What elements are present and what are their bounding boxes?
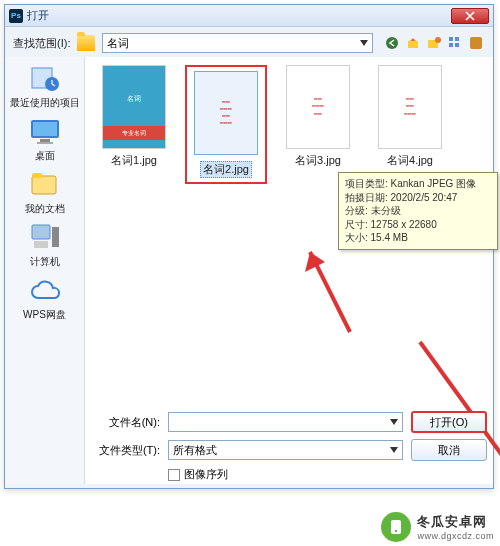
thumbnail-icon: ━━━━━━━ [286, 65, 350, 149]
watermark-name: 冬瓜安卓网 [417, 513, 494, 531]
place-desktop[interactable]: 桌面 [7, 116, 82, 161]
filetype-value: 所有格式 [173, 443, 217, 458]
close-button[interactable] [451, 8, 489, 24]
photoshop-icon: Ps [9, 9, 23, 23]
filetype-row: 文件类型(T): 所有格式 取消 [90, 439, 487, 461]
sequence-row: 图像序列 [168, 467, 487, 482]
filename-combo[interactable] [168, 412, 403, 432]
back-button[interactable] [383, 34, 401, 52]
place-computer[interactable]: 计算机 [7, 222, 82, 267]
place-label: WPS网盘 [7, 309, 82, 320]
svg-rect-6 [449, 43, 453, 47]
bottom-panel: 文件名(N): 打开(O) 文件类型(T): 所有格式 取消 图像序列 [90, 411, 487, 482]
watermark-url: www.dgxcdz.com [417, 531, 494, 541]
lookin-combo[interactable]: 名词 [102, 33, 373, 53]
folder-icon [77, 35, 95, 51]
place-label: 桌面 [7, 150, 82, 161]
svg-rect-1 [408, 41, 418, 48]
new-folder-button[interactable] [425, 34, 443, 52]
svg-rect-14 [37, 142, 53, 144]
places-bar: 最近使用的项目 桌面 我的文档 计算机 WPS网盘 [5, 57, 85, 484]
chevron-down-icon [360, 40, 368, 46]
documents-icon [28, 170, 62, 200]
place-label: 计算机 [7, 256, 82, 267]
file-item[interactable]: ━━━━━━━ 名词4.jpg [369, 65, 451, 168]
thumbnail-icon: 名词 专业名词 [102, 65, 166, 149]
file-item[interactable]: 名词 专业名词 名词1.jpg [93, 65, 175, 168]
bridge-button[interactable] [467, 34, 485, 52]
lookin-label: 查找范围(I): [13, 36, 70, 51]
chevron-down-icon [390, 419, 398, 425]
file-caption: 名词3.jpg [277, 153, 359, 168]
toolbar-icons [383, 34, 485, 52]
image-sequence-checkbox[interactable] [168, 469, 180, 481]
computer-icon [28, 223, 62, 253]
recent-icon [28, 64, 62, 94]
watermark: 冬瓜安卓网 www.dgxcdz.com [381, 512, 494, 542]
place-recent[interactable]: 最近使用的项目 [7, 63, 82, 108]
file-caption: 名词4.jpg [369, 153, 451, 168]
place-wpsdisk[interactable]: WPS网盘 [7, 275, 82, 320]
file-item[interactable]: ━━━━━━━ 名词3.jpg [277, 65, 359, 168]
views-button[interactable] [446, 34, 464, 52]
filetype-label: 文件类型(T): [90, 443, 160, 458]
titlebar: Ps 打开 [5, 5, 493, 27]
file-tooltip: 项目类型: Kankan JPEG 图像 拍摄日期: 2020/2/5 20:4… [338, 172, 498, 250]
place-label: 我的文档 [7, 203, 82, 214]
desktop-icon [28, 117, 62, 147]
filename-label: 文件名(N): [90, 415, 160, 430]
svg-rect-13 [40, 139, 50, 142]
filename-row: 文件名(N): 打开(O) [90, 411, 487, 433]
svg-rect-12 [33, 122, 57, 136]
svg-rect-5 [455, 37, 459, 41]
svg-rect-7 [455, 43, 459, 47]
svg-point-21 [395, 530, 397, 532]
thumbnail-icon: ━━━━━━━ [378, 65, 442, 149]
lookin-row: 查找范围(I): 名词 [5, 27, 493, 57]
svg-point-0 [386, 37, 398, 49]
file-caption: 名词1.jpg [93, 153, 175, 168]
svg-point-3 [435, 37, 441, 43]
cancel-button[interactable]: 取消 [411, 439, 487, 461]
svg-rect-15 [32, 176, 56, 194]
thumbnail-icon: ━━━━━━━━━━ [194, 71, 258, 155]
svg-rect-17 [32, 225, 50, 239]
file-item-selected[interactable]: ━━━━━━━━━━ 名词2.jpg [185, 65, 267, 184]
svg-rect-4 [449, 37, 453, 41]
close-icon [465, 11, 475, 21]
place-label: 最近使用的项目 [7, 97, 82, 108]
sequence-label: 图像序列 [184, 467, 228, 482]
up-button[interactable] [404, 34, 422, 52]
chevron-down-icon [390, 447, 398, 453]
place-documents[interactable]: 我的文档 [7, 169, 82, 214]
open-button[interactable]: 打开(O) [411, 411, 487, 433]
title-text: 打开 [27, 8, 451, 23]
filetype-combo[interactable]: 所有格式 [168, 440, 403, 460]
cloud-icon [28, 276, 62, 306]
annotation-arrow-icon [295, 237, 365, 337]
open-file-dialog: Ps 打开 查找范围(I): 名词 最近使用的项目 [4, 4, 494, 489]
lookin-value: 名词 [107, 36, 129, 51]
svg-rect-8 [470, 37, 482, 49]
file-caption: 名词2.jpg [200, 161, 252, 178]
svg-rect-16 [32, 173, 42, 178]
svg-rect-19 [34, 241, 48, 248]
watermark-logo-icon [381, 512, 411, 542]
svg-rect-18 [52, 227, 59, 247]
